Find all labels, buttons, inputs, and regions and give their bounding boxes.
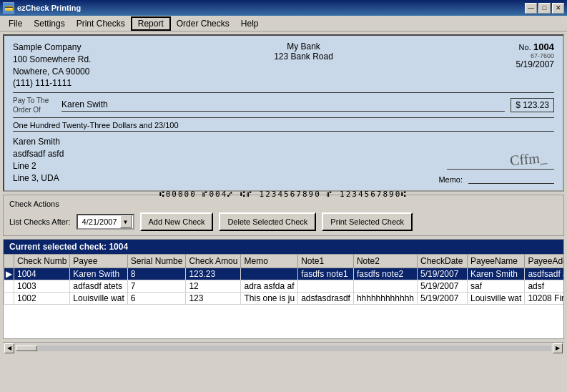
menu-report[interactable]: Report xyxy=(131,16,171,31)
delete-selected-check-button[interactable]: Delete Selected Check xyxy=(219,212,316,231)
maximize-button[interactable]: □ xyxy=(538,3,551,14)
cell-note1: fasdfs note1 xyxy=(298,268,354,280)
bank-address: 123 Bank Road xyxy=(274,52,333,62)
menu-order-checks[interactable]: Order Checks xyxy=(171,16,235,31)
scroll-left-button[interactable]: ◀ xyxy=(4,343,14,353)
table-row[interactable]: 1002 Louisville wat 6 123 This one is ju… xyxy=(4,293,564,305)
add-new-check-button[interactable]: Add New Check xyxy=(140,212,214,231)
check-table-area: Current selected check: 1004 Check Numb … xyxy=(3,239,564,339)
cell-payee: adfasdf atets xyxy=(70,280,127,293)
address-memo-row: Karen Smith asdfsadf asfd Line 2 Line 3,… xyxy=(13,136,554,184)
menu-settings[interactable]: Settings xyxy=(28,16,70,31)
cell-memo: This one is ju xyxy=(241,293,298,305)
window-title: ezCheck Printing xyxy=(17,4,81,12)
cell-note2: fasdfs note2 xyxy=(353,268,417,280)
cell-check-num: 1004 xyxy=(14,268,70,280)
cell-note2: hhhhhhhhhhhh xyxy=(353,293,417,305)
check-date: 5/19/2007 xyxy=(516,59,554,69)
check-amount: $ 123.23 xyxy=(511,98,554,112)
table-scroll[interactable]: Check Numb Payee Serial Numbe Check Amou… xyxy=(4,254,563,337)
cell-payee: Karen Swith xyxy=(70,268,127,280)
company-address1: 100 Somewhere Rd. xyxy=(13,54,91,66)
company-info: Sample Company 100 Somewhere Rd. Nowhere… xyxy=(13,41,91,89)
menu-help[interactable]: Help xyxy=(235,16,265,31)
payee-row: Pay To TheOrder Of Karen Swith $ 123.23 xyxy=(13,92,554,118)
list-checks-label: List Checks After: xyxy=(9,217,71,226)
cell-date: 5/19/2007 xyxy=(418,268,468,280)
signature-area: Cffm_ xyxy=(447,151,554,170)
col-memo: Memo xyxy=(241,255,298,268)
date-dropdown[interactable]: 4/21/2007 ▼ xyxy=(77,214,134,230)
cell-payee-name: Karen Smith xyxy=(468,268,525,280)
close-button[interactable]: ✕ xyxy=(552,3,564,14)
col-payee-name: PayeeName xyxy=(468,255,525,268)
company-name: Sample Company xyxy=(13,41,91,54)
col-note1: Note1 xyxy=(298,255,354,268)
table-header-bar: Current selected check: 1004 xyxy=(4,240,563,254)
check-routing-no: 67-7600 xyxy=(516,52,554,59)
actions-row: List Checks After: 4/21/2007 ▼ Add New C… xyxy=(9,212,558,231)
scroll-right-button[interactable]: ▶ xyxy=(553,343,563,353)
menu-file[interactable]: File xyxy=(3,16,28,31)
menu-print-checks[interactable]: Print Checks xyxy=(71,16,131,31)
col-check-num: Check Numb xyxy=(14,255,70,268)
bank-name: My Bank xyxy=(274,41,333,52)
title-buttons: — □ ✕ xyxy=(525,3,564,14)
cell-note2 xyxy=(353,280,417,293)
col-amount: Check Amou xyxy=(186,255,241,268)
horizontal-scrollbar[interactable]: ◀ ▶ xyxy=(3,342,564,353)
check-display: Sample Company 100 Somewhere Rd. Nowhere… xyxy=(3,34,564,192)
memo-label: Memo: xyxy=(438,175,463,184)
cell-date: 5/19/2007 xyxy=(418,293,468,305)
cell-memo xyxy=(241,268,298,280)
col-note2: Note2 xyxy=(353,255,417,268)
check-no-value: 1004 xyxy=(533,41,554,52)
memo-line xyxy=(468,183,554,184)
cell-serial: 7 xyxy=(127,280,186,293)
actions-panel: Check Actions List Checks After: 4/21/20… xyxy=(3,195,564,236)
cell-payee-name: saf xyxy=(468,280,525,293)
check-table: Check Numb Payee Serial Numbe Check Amou… xyxy=(4,254,563,305)
payee-name: Karen Swith xyxy=(61,99,505,112)
cell-check-num: 1003 xyxy=(14,280,70,293)
col-date: CheckDate xyxy=(418,255,468,268)
row-indicator: ▶ xyxy=(4,268,14,280)
scroll-track[interactable] xyxy=(16,346,551,351)
memo-row: Memo: xyxy=(438,175,554,184)
cell-serial: 6 xyxy=(127,293,186,305)
cell-amount: 123.23 xyxy=(186,268,241,280)
cell-memo: adra asfda af xyxy=(241,280,298,293)
table-row[interactable]: 1003 adfasdf atets 7 12 adra asfda af 5/… xyxy=(4,280,564,293)
bank-info: My Bank 123 Bank Road xyxy=(274,41,333,89)
scroll-thumb[interactable] xyxy=(16,346,37,351)
micr-line: ⑆00000 ⑈004⑇ ⑆⑈ 1234567890 ⑈ 1234567890⑆ xyxy=(13,190,554,199)
check-no-label: No. xyxy=(519,43,531,52)
app-icon: 💳 xyxy=(3,2,14,14)
table-row[interactable]: ▶ 1004 Karen Swith 8 123.23 fasdfs note1… xyxy=(4,268,564,280)
cell-payee-addr: asdfsadf asfd xyxy=(525,268,563,280)
cell-amount: 12 xyxy=(186,280,241,293)
cell-payee-addr: adsf xyxy=(525,280,563,293)
cell-serial: 8 xyxy=(127,268,186,280)
col-payee: Payee xyxy=(70,255,127,268)
cell-payee-name: Louisville wat xyxy=(468,293,525,305)
pay-to-label: Pay To TheOrder Of xyxy=(13,96,56,114)
actions-title: Check Actions xyxy=(9,200,558,208)
date-dropdown-btn[interactable]: ▼ xyxy=(120,215,132,228)
minimize-button[interactable]: — xyxy=(525,3,537,14)
company-address2: Nowhere, CA 90000 xyxy=(13,66,91,78)
cell-note1: adsfasdrasdf xyxy=(298,293,354,305)
table-header-row: Check Numb Payee Serial Numbe Check Amou… xyxy=(4,255,564,268)
row-indicator xyxy=(4,280,14,293)
date-value: 4/21/2007 xyxy=(79,217,120,226)
cell-note1 xyxy=(298,280,354,293)
cell-check-num: 1002 xyxy=(14,293,70,305)
signature-line xyxy=(447,169,554,170)
signature: Cffm_ xyxy=(502,149,555,170)
col-serial: Serial Numbe xyxy=(127,255,186,268)
cell-date: 5/19/2007 xyxy=(418,280,468,293)
print-selected-check-button[interactable]: Print Selected Check xyxy=(322,212,413,231)
row-indicator xyxy=(4,293,14,305)
cell-payee: Louisville wat xyxy=(70,293,127,305)
menu-bar: File Settings Print Checks Report Order … xyxy=(0,16,567,31)
